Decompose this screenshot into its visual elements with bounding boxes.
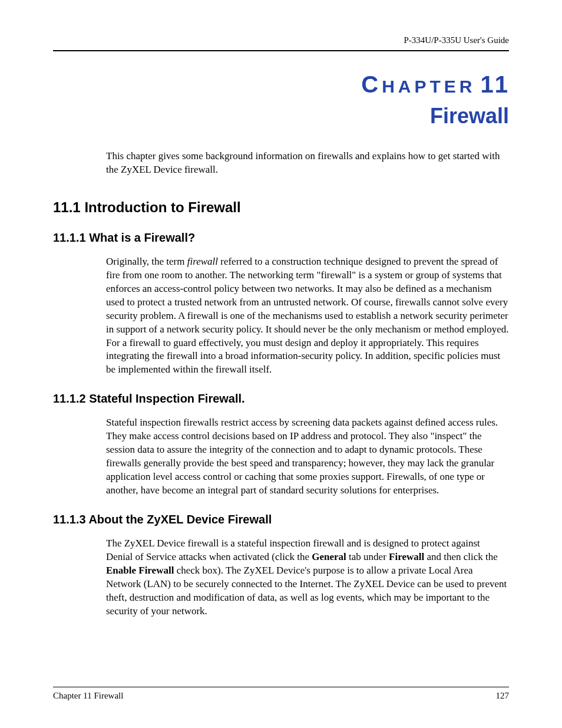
page-number: 127 [496, 691, 510, 701]
bold-firewall: Firewall [389, 551, 424, 562]
text-run: Originally, the term [106, 256, 187, 267]
section-heading-11-1-1: 11.1.1 What is a Firewall? [53, 231, 509, 245]
bold-general: General [312, 551, 346, 562]
guide-title: P-334U/P-335U User's Guide [404, 35, 509, 45]
section-heading-11-1-2: 11.1.2 Stateful Inspection Firewall. [53, 392, 509, 406]
bold-enable-firewall: Enable Firewall [106, 565, 174, 576]
paragraph-11-1-3: The ZyXEL Device firewall is a stateful … [106, 537, 509, 618]
chapter-label: CHAPTER11 [53, 71, 509, 98]
page-header: P-334U/P-335U User's Guide [53, 35, 509, 51]
footer-chapter-ref: Chapter 11 Firewall [53, 691, 123, 701]
text-run: and then click the [424, 551, 498, 562]
chapter-label-rest: HAPTER [382, 77, 475, 96]
chapter-intro: This chapter gives some background infor… [106, 150, 509, 177]
chapter-heading-block: CHAPTER11 Firewall [53, 71, 509, 129]
emphasis-firewall: firewall [187, 256, 218, 267]
chapter-number: 11 [481, 71, 510, 97]
chapter-title: Firewall [53, 104, 509, 129]
text-run: tab under [346, 551, 389, 562]
chapter-label-cap: C [361, 71, 382, 97]
section-heading-11-1-3: 11.1.3 About the ZyXEL Device Firewall [53, 513, 509, 526]
paragraph-11-1-2: Stateful inspection firewalls restrict a… [106, 416, 509, 498]
text-run: referred to a construction technique des… [106, 256, 508, 375]
paragraph-11-1-1: Originally, the term firewall referred t… [106, 255, 509, 377]
section-heading-11-1: 11.1 Introduction to Firewall [53, 199, 509, 216]
page-footer: Chapter 11 Firewall 127 [53, 687, 509, 701]
